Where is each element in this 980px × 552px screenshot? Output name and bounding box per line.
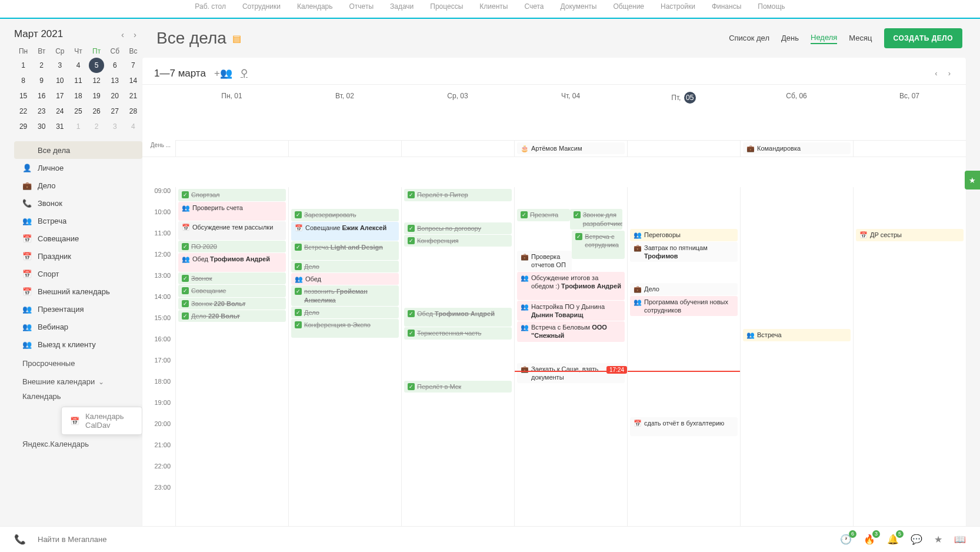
calendar-event[interactable]: 👥Встреча [743,329,851,341]
mini-cal-day[interactable]: 7 [124,58,142,73]
category-item[interactable]: 📅Праздник [14,247,142,265]
search-input[interactable] [38,535,828,536]
nav-item[interactable]: Настройки [661,0,695,13]
mini-cal-day[interactable]: 28 [124,104,142,119]
mini-cal-day[interactable]: 22 [14,104,32,119]
calendar-event[interactable]: 💼Завтрак по пятницам Трофимов [630,242,738,262]
nav-item[interactable]: Отчеты [349,0,374,13]
mini-cal-day[interactable]: 3 [51,58,69,73]
location-icon[interactable]: ⚲ [241,67,248,79]
caldav-popup-item[interactable]: 📅Календарь CalDav [61,407,142,435]
mini-cal-day[interactable]: 4 [124,119,142,134]
calendar-event[interactable]: Дело [291,261,399,272]
calendar-event[interactable]: 👥Обед [291,273,399,285]
calendar-event[interactable]: Обед Трофимов Андрей [404,308,512,327]
mini-cal-day[interactable]: 13 [106,73,124,88]
mini-cal-day[interactable]: 1 [14,58,32,73]
mini-cal-next-icon[interactable]: › [134,29,136,39]
calendar-event[interactable]: 👥Настройка ПО у Дынина Дынин Товарищ [517,301,625,321]
calendar-event[interactable]: 👥Программа обучения новых сотрудников [630,296,738,317]
mini-cal-day[interactable]: 23 [32,104,51,119]
favorites-tab[interactable]: ★ [965,171,980,189]
nav-item[interactable]: Раб. стол [195,0,226,13]
view-week[interactable]: Неделя [811,33,837,44]
mini-cal-day[interactable]: 14 [124,73,142,88]
calendar-event[interactable]: 💼Проверка отчетов ОП [517,251,572,271]
overdue-link[interactable]: Просроченные [14,353,142,371]
category-item[interactable]: 👤Личное [14,159,142,177]
mini-cal-day[interactable]: 9 [32,73,51,88]
mini-cal-day[interactable]: 20 [106,88,124,104]
day-column[interactable]: ПрезентаЗвонок для разработчиковВстреча … [514,187,627,536]
category-item[interactable]: 👥Презентация [14,300,142,318]
category-item[interactable]: 👥Выезд к клиенту [14,335,142,353]
calendar-event[interactable]: 📅Совещание Ежик Алексей [291,222,399,241]
day-column[interactable]: 📅ДР сестры [853,187,966,536]
mini-cal-day[interactable]: 8 [14,73,32,88]
calendar-event[interactable]: Звонок [178,272,286,284]
category-item[interactable]: 👥Встреча [14,212,142,230]
calendar-event[interactable]: 👥Обсуждение итогов за обедом :) Трофимов… [517,272,625,300]
category-item[interactable]: 📅Совещание [14,230,142,247]
calendar-event[interactable]: Перелёт в Мск [404,381,512,393]
external-calendars-toggle[interactable]: Внешние календари ⌄ [14,371,142,390]
mini-cal-day[interactable]: 16 [32,88,51,104]
calendar-event[interactable]: ПО 2020 [178,241,286,252]
book-icon[interactable]: 📖 [954,534,966,536]
mini-cal-day[interactable]: 4 [69,58,87,73]
calendar-event[interactable]: Конференция [404,235,512,247]
nav-item[interactable]: Финансы [712,0,741,13]
calendar-link[interactable]: Календарь [14,390,142,404]
mini-cal-day[interactable]: 29 [14,119,32,134]
mini-cal-day[interactable]: 26 [88,104,106,119]
mini-cal-day[interactable]: 31 [51,119,69,134]
category-item[interactable]: 📅Спорт [14,265,142,282]
calendar-event[interactable]: Презента [517,209,570,221]
mini-cal-day[interactable]: 5 [88,58,106,73]
nav-item[interactable]: Задачи [390,0,414,13]
day-column[interactable]: 👥Переговоры💼Завтрак по пятницам Трофимов… [627,187,740,536]
day-column[interactable]: Зарезервировать📅Совещание Ежик АлексейВс… [288,187,401,536]
chat-icon[interactable]: 💬 [911,534,922,536]
mini-cal-day[interactable]: 2 [32,58,51,73]
week-next-icon[interactable]: › [948,69,951,78]
nav-item[interactable]: Счета [524,0,544,13]
mini-cal-day[interactable]: 1 [69,119,87,134]
allday-event[interactable]: 🎂Артёмов Максим [517,142,625,154]
add-people-icon[interactable]: +👥 [214,67,232,79]
mini-cal-day[interactable]: 11 [69,73,87,88]
mini-cal-day[interactable]: 27 [106,104,124,119]
calendar-event[interactable]: Дело [291,307,399,318]
mini-cal-day[interactable]: 19 [88,88,106,104]
allday-event[interactable]: 💼Командировка [743,142,851,154]
bell-icon[interactable]: 🔔5 [887,534,899,536]
calendar-event[interactable]: Зарезервировать [291,209,399,221]
calendar-event[interactable]: 👥Встреча с Беловым ООО "Снежный [517,321,625,342]
mini-cal-day[interactable]: 6 [106,58,124,73]
category-item[interactable]: 👥Вебинар [14,318,142,335]
calendar-event[interactable]: 📅сдать отчёт в бухгалтерию [630,417,738,436]
calendar-event[interactable]: 📅Обсуждение тем рассылки [178,221,286,240]
category-item[interactable]: Все дела [14,141,142,159]
view-month[interactable]: Месяц [849,34,872,44]
week-prev-icon[interactable]: ‹ [935,69,937,78]
mini-cal-day[interactable]: 18 [69,88,87,104]
mini-cal-day[interactable]: 2 [88,119,106,134]
nav-item[interactable]: Клиенты [479,0,508,13]
category-item[interactable]: 📞Звонок [14,194,142,212]
mini-cal-day[interactable]: 21 [124,88,142,104]
mini-cal-day[interactable]: 17 [51,88,69,104]
phone-icon[interactable]: 📞 [14,534,26,536]
nav-item[interactable]: Сотрудники [242,0,281,13]
mini-cal-day[interactable]: 10 [51,73,69,88]
star-icon[interactable]: ★ [934,534,942,536]
clock-icon[interactable]: 🕐6 [840,534,852,536]
day-column[interactable]: Перелёт в ПитерВопросы по договоруКонфер… [401,187,514,536]
calendar-event[interactable]: 👥Проверить счета [178,202,286,221]
nav-item[interactable]: Общение [613,0,644,13]
day-column[interactable]: Спортзал👥Проверить счета📅Обсуждение тем … [175,187,288,536]
view-list[interactable]: Список дел [729,34,769,44]
calendar-event[interactable]: позвонить Гройсман Анжелика [291,285,399,306]
mini-cal-day[interactable]: 30 [32,119,51,134]
mini-cal-prev-icon[interactable]: ‹ [121,29,124,39]
